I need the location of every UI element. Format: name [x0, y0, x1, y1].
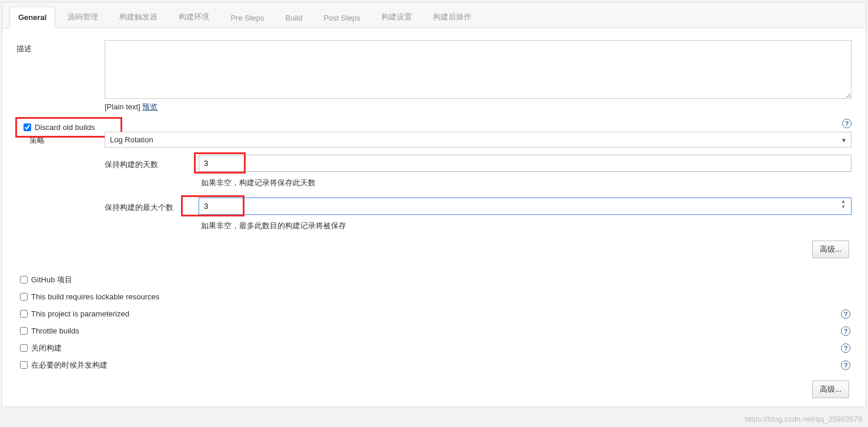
- tab-triggers[interactable]: 构建触发器: [110, 5, 166, 28]
- option-label-lockable: This build requires lockable resources: [31, 292, 159, 301]
- help-icon[interactable]: ?: [841, 309, 850, 319]
- option-row-concurrent: 在必要的时候并发构建?: [16, 356, 852, 373]
- option-row-param: This project is parameterized?: [16, 305, 852, 322]
- tab-postbuild[interactable]: 构建后操作: [424, 5, 480, 28]
- option-row-disable: 关闭构建?: [16, 339, 852, 356]
- help-icon[interactable]: ?: [841, 343, 850, 353]
- discard-old-builds-checkbox[interactable]: [24, 124, 31, 131]
- max-to-keep-field: ▲▼: [199, 198, 852, 215]
- option-checkbox-param[interactable]: [20, 310, 28, 318]
- max-to-keep-input[interactable]: [199, 198, 852, 215]
- strategy-field: Log Rotation ▼: [105, 132, 852, 148]
- help-icon[interactable]: ?: [842, 119, 852, 128]
- days-to-keep-input[interactable]: [199, 155, 852, 172]
- option-checkbox-throttle[interactable]: [20, 327, 28, 335]
- option-row-lockable: This build requires lockable resources: [16, 288, 852, 305]
- tab-scm[interactable]: 源码管理: [59, 5, 107, 28]
- max-to-keep-label: 保持构建的最大个数: [105, 200, 199, 213]
- option-checkbox-concurrent[interactable]: [20, 361, 28, 369]
- advanced-button[interactable]: 高级...: [812, 381, 849, 398]
- format-plain-text: [Plain text]: [105, 102, 142, 111]
- strategy-row: 策略 Log Rotation ▼: [16, 132, 852, 148]
- tabs-bar: General源码管理构建触发器构建环境Pre StepsBuildPost S…: [2, 2, 866, 28]
- option-row-throttle: Throttle builds?: [16, 322, 852, 339]
- advanced-button[interactable]: 高级...: [812, 241, 849, 258]
- bottom-advanced-row: 高级...: [16, 373, 852, 401]
- tab-build[interactable]: Build: [277, 7, 311, 28]
- log-rotation-block: 保持构建的天数 如果非空，构建记录将保存此天数 保持构建的最大个数 ▲▼ 如果非…: [105, 155, 852, 261]
- max-to-keep-hint: 如果非空，最多此数目的构建记录将被保存: [199, 215, 852, 233]
- description-format: [Plain text] 预览: [105, 102, 852, 112]
- help-icon[interactable]: ?: [841, 361, 850, 370]
- description-row: 描述 [Plain text] 预览: [16, 40, 852, 112]
- spinner-up-icon[interactable]: ▲: [841, 199, 849, 204]
- strategy-select[interactable]: Log Rotation: [105, 132, 852, 148]
- help-icon[interactable]: ?: [841, 326, 850, 336]
- tab-settings[interactable]: 构建设置: [373, 5, 421, 28]
- discard-old-builds-label: Discard old builds: [35, 123, 95, 132]
- days-to-keep-field: [199, 155, 852, 172]
- days-to-keep-hint: 如果非空，构建记录将保存此天数: [199, 172, 852, 191]
- max-to-keep-row: 保持构建的最大个数 ▲▼: [105, 198, 852, 215]
- option-checkbox-disable[interactable]: [20, 344, 28, 352]
- spinner-down-icon[interactable]: ▼: [841, 204, 849, 209]
- option-label-github: GitHub 项目: [31, 275, 72, 285]
- tab-env[interactable]: 构建环境: [170, 5, 218, 28]
- description-label: 描述: [16, 40, 105, 54]
- days-to-keep-row: 保持构建的天数: [105, 155, 852, 172]
- description-textarea[interactable]: [105, 40, 852, 99]
- option-list: GitHub 项目This build requires lockable re…: [16, 271, 852, 373]
- tab-post[interactable]: Post Steps: [314, 7, 369, 28]
- discard-advanced-row: 高级...: [105, 233, 852, 261]
- discard-help-row: ?: [16, 119, 852, 128]
- option-label-disable: 关闭构建: [31, 343, 62, 353]
- option-label-throttle: Throttle builds: [31, 326, 79, 335]
- panel-body: 描述 [Plain text] 预览 Discard old builds ? …: [2, 28, 866, 406]
- option-label-concurrent: 在必要的时候并发构建: [31, 360, 108, 371]
- strategy-label: 策略: [16, 132, 105, 146]
- option-label-param: This project is parameterized: [31, 309, 129, 318]
- option-row-github: GitHub 项目: [16, 271, 852, 288]
- option-checkbox-lockable[interactable]: [20, 293, 28, 301]
- days-to-keep-label: 保持构建的天数: [105, 157, 199, 170]
- option-checkbox-github[interactable]: [20, 276, 28, 283]
- preview-link[interactable]: 预览: [142, 102, 157, 111]
- tab-general[interactable]: General: [9, 6, 55, 28]
- number-spinner[interactable]: ▲▼: [841, 199, 849, 209]
- config-panel: General源码管理构建触发器构建环境Pre StepsBuildPost S…: [2, 2, 866, 407]
- description-field: [Plain text] 预览: [105, 40, 852, 112]
- tab-pre[interactable]: Pre Steps: [222, 7, 273, 28]
